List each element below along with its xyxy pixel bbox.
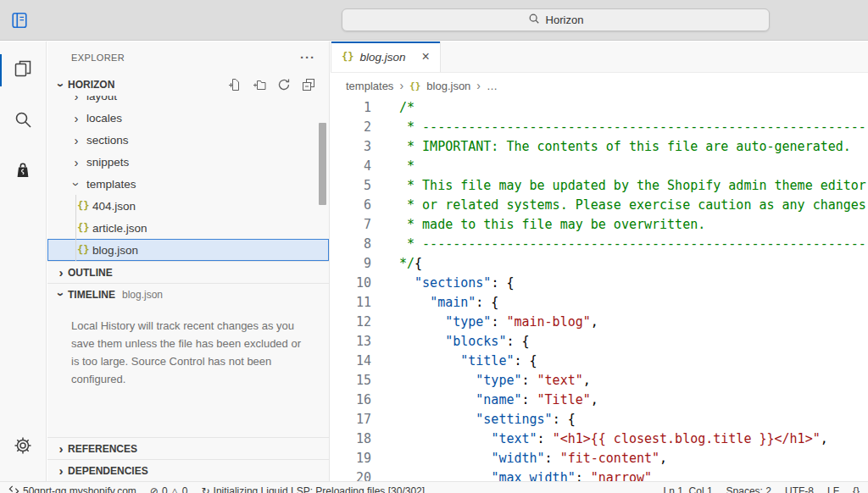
timeline-file-name: blog.json (122, 289, 163, 301)
tree-item-snippets[interactable]: ›snippets (47, 151, 329, 173)
chevron-right-icon: › (54, 266, 68, 279)
code-line-10[interactable]: 10 "sections": { (331, 274, 868, 293)
explorer-actions (228, 78, 329, 91)
problems-indicator[interactable]: ⊘ 0 △ 0 (150, 485, 188, 493)
code-line-1[interactable]: 1/* (331, 98, 868, 118)
line-number: 3 (331, 137, 371, 157)
line-number: 16 (331, 391, 371, 410)
code-line-4[interactable]: 4 * (331, 157, 868, 176)
eol-indicator[interactable]: LF (827, 485, 839, 493)
dependencies-section-header[interactable]: › DEPENDENCIES (47, 459, 329, 481)
dependencies-label: DEPENDENCIES (68, 465, 148, 477)
code-line-2[interactable]: 2 * ------------------------------------… (331, 118, 868, 137)
code-line-5[interactable]: 5 * This file may be updated by the Shop… (331, 176, 868, 196)
sidebar-scrollbar[interactable] (319, 123, 326, 205)
title-bar: Horizon (0, 0, 868, 41)
tree-item-blog.json[interactable]: {}blog.json (47, 239, 329, 261)
command-center-search[interactable]: Horizon (342, 8, 770, 31)
tree-item-label: sections (86, 134, 129, 147)
sidebar-header: EXPLORER ··· (47, 42, 329, 74)
code-line-20[interactable]: 20 "max_width": "narrow" (331, 468, 868, 481)
code-line-19[interactable]: 19 "width": "fit-content", (331, 449, 868, 468)
breadcrumb-file[interactable]: blog.json (426, 80, 470, 92)
code-text: "blocks": { (371, 332, 530, 352)
tree-item-label: snippets (86, 156, 129, 169)
encoding-indicator[interactable]: UTF-8 (785, 485, 814, 493)
remote-indicator[interactable]: 50gprt-gg.myshopify.com (8, 485, 136, 493)
tab-blog-json[interactable]: {} blog.json × (331, 42, 441, 72)
code-line-3[interactable]: 3 * IMPORTANT: The contents of this file… (331, 137, 868, 157)
explorer-activity-button[interactable] (0, 45, 47, 96)
outline-label: OUTLINE (68, 267, 113, 279)
json-file-icon: {} (77, 244, 89, 256)
new-folder-button[interactable] (253, 78, 266, 91)
tree-item-templates[interactable]: ›templates (47, 173, 329, 195)
collapse-all-button[interactable] (302, 78, 315, 91)
vscode-window: Horizon (0, 0, 868, 493)
json-file-icon: {} (77, 222, 89, 234)
lsp-status[interactable]: ↻ Initializing Liquid LSP: Preloading fi… (202, 485, 426, 493)
line-number: 11 (331, 293, 371, 313)
code-text: */{ (371, 254, 422, 274)
line-number: 6 (331, 196, 371, 215)
code-line-18[interactable]: 18 "text": "<h1>{{ closest.blog.title }}… (331, 429, 868, 449)
search-activity-button[interactable] (0, 96, 47, 147)
chevron-right-icon: › (70, 134, 83, 147)
search-text: Horizon (546, 14, 584, 26)
chevron-right-icon: › (70, 96, 83, 102)
close-icon[interactable]: × (422, 50, 430, 64)
cursor-position[interactable]: Ln 1, Col 1 (664, 485, 713, 493)
chevron-right-icon: › (399, 79, 403, 92)
references-section-header[interactable]: › REFERENCES (47, 437, 329, 459)
tree-item-layout[interactable]: ›layout (47, 96, 329, 107)
chevron-down-icon: › (55, 78, 68, 91)
shopify-activity-button[interactable] (0, 147, 47, 197)
code-text: "sections": { (371, 274, 514, 293)
more-actions-button[interactable]: ··· (300, 53, 315, 62)
code-text: "width": "fit-content", (371, 449, 667, 468)
project-header[interactable]: › HORIZON (47, 74, 329, 96)
code-line-8[interactable]: 8 * ------------------------------------… (331, 235, 868, 254)
outline-section-header[interactable]: › OUTLINE (47, 261, 329, 283)
warning-icon: △ (171, 486, 179, 493)
code-line-17[interactable]: 17 "settings": { (331, 410, 868, 429)
line-number: 13 (331, 332, 371, 352)
line-number: 2 (331, 118, 371, 137)
error-icon: ⊘ (150, 486, 159, 493)
tree-item-label: blog.json (92, 244, 138, 257)
chevron-down-icon: › (70, 177, 83, 191)
code-text: * or related systems. Please exercise ca… (371, 196, 866, 215)
breadcrumb-more[interactable]: … (487, 80, 498, 92)
refresh-button[interactable] (277, 78, 291, 91)
code-area[interactable]: 1/*2 * ---------------------------------… (331, 98, 868, 481)
code-line-11[interactable]: 11 "main": { (331, 293, 868, 313)
code-line-7[interactable]: 7 * made to this file may be overwritten… (331, 215, 868, 235)
line-number: 20 (331, 468, 371, 481)
line-number: 9 (331, 254, 371, 274)
code-line-15[interactable]: 15 "type": "text", (331, 371, 868, 391)
tree-item-sections[interactable]: ›sections (47, 129, 329, 151)
tree-item-404.json[interactable]: {}404.json (47, 195, 329, 217)
tree-item-article.json[interactable]: {}article.json (47, 217, 329, 239)
lsp-status-message: Initializing Liquid LSP: Preloading file… (214, 485, 426, 493)
remote-host: 50gprt-gg.myshopify.com (23, 485, 136, 493)
references-label: REFERENCES (68, 443, 137, 455)
tree-item-locales[interactable]: ›locales (47, 107, 329, 129)
code-line-6[interactable]: 6 * or related systems. Please exercise … (331, 196, 868, 215)
timeline-section-header[interactable]: › TIMELINE blog.json (47, 283, 329, 305)
indentation-indicator[interactable]: Spaces: 2 (726, 485, 771, 493)
code-text: * --------------------------------------… (371, 118, 868, 137)
code-text: "main": { (371, 293, 498, 313)
code-line-14[interactable]: 14 "title": { (331, 352, 868, 371)
new-file-button[interactable] (228, 78, 242, 91)
breadcrumb-folder[interactable]: templates (346, 80, 393, 92)
code-line-16[interactable]: 16 "name": "Title", (331, 391, 868, 410)
editor-area: {} blog.json × templates › {} blog.json … (331, 42, 868, 481)
code-line-13[interactable]: 13 "blocks": { (331, 332, 868, 352)
code-line-9[interactable]: 9*/{ (331, 254, 868, 274)
language-indicator[interactable]: {} (853, 485, 860, 493)
code-line-12[interactable]: 12 "type": "main-blog", (331, 313, 868, 332)
settings-button[interactable] (0, 422, 47, 473)
chevron-right-icon: › (70, 112, 83, 125)
line-number: 12 (331, 313, 371, 332)
